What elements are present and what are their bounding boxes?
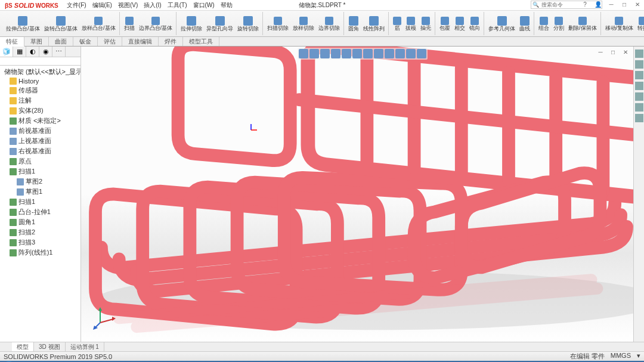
- boundary-boss-button[interactable]: 边界凸台/基体: [137, 12, 175, 35]
- view-more1[interactable]: [406, 49, 416, 58]
- btab-model[interactable]: 模型: [12, 342, 34, 351]
- 3d-viewport[interactable]: ─ □ ✕: [81, 47, 644, 342]
- view-hide[interactable]: [374, 49, 383, 58]
- tree-item[interactable]: 草图2: [1, 177, 79, 187]
- taskpane-appearance[interactable]: [635, 92, 643, 101]
- menu-window[interactable]: 窗口(W): [191, 1, 217, 10]
- tab-model-tools[interactable]: 模型工具: [183, 37, 219, 46]
- tree-item[interactable]: 传感器: [1, 85, 79, 95]
- move-copy-body-button[interactable]: 移动/复制体: [603, 12, 636, 35]
- tree-item[interactable]: 草图1: [1, 187, 79, 197]
- sweep-cut-button[interactable]: 扫描切除: [265, 12, 290, 35]
- menu-tools[interactable]: 工具(T): [165, 1, 190, 10]
- wrap-button[interactable]: 包覆: [438, 12, 452, 35]
- hole-wizard-button[interactable]: 异型孔向导: [205, 12, 235, 35]
- view-more2[interactable]: [417, 49, 426, 58]
- tab-surface[interactable]: 曲面: [49, 37, 73, 46]
- feature-tree[interactable]: 储物架 (默认<<默认>_显示状态 1>) History传感器注解实体(28)…: [0, 66, 80, 342]
- view-scene[interactable]: [363, 49, 373, 58]
- linear-pattern-button[interactable]: 线性阵列: [361, 12, 386, 35]
- rib-button[interactable]: 筋: [391, 12, 403, 35]
- draft-button[interactable]: 拔模: [404, 12, 418, 35]
- tree-item[interactable]: 凸台-拉伸1: [1, 207, 79, 217]
- tree-item[interactable]: 注解: [1, 95, 79, 106]
- maximize-button[interactable]: □: [619, 0, 630, 8]
- minimize-button[interactable]: ─: [606, 0, 617, 8]
- tab-direct-edit[interactable]: 直接编辑: [122, 37, 159, 46]
- view-zoom-fit[interactable]: [299, 49, 308, 58]
- tree-item[interactable]: 扫描3: [1, 237, 79, 247]
- tree-root[interactable]: 储物架 (默认<<默认>_显示状态 1>): [1, 67, 79, 77]
- curves-button[interactable]: 曲线: [518, 12, 532, 35]
- menu-help[interactable]: 帮助: [218, 1, 235, 10]
- ref-geometry-button[interactable]: 参考几何体: [487, 12, 517, 35]
- btab-3dview[interactable]: 3D 视图: [34, 342, 66, 351]
- tree-item[interactable]: 实体(28): [1, 106, 79, 116]
- menu-insert[interactable]: 插入(I): [141, 1, 163, 10]
- loft-cut-button[interactable]: 放样切除: [291, 12, 316, 35]
- view-settings[interactable]: [395, 49, 405, 58]
- taskpane-custom-props[interactable]: [635, 103, 643, 112]
- combine-button[interactable]: 组合: [537, 12, 551, 35]
- menu-file[interactable]: 文件(F): [64, 1, 89, 10]
- status-expand[interactable]: ▾: [637, 352, 640, 361]
- tab-sheetmetal[interactable]: 钣金: [73, 37, 98, 46]
- tab-features[interactable]: 特征: [0, 37, 24, 47]
- revolve-boss-button[interactable]: 旋转凸台/基体: [42, 12, 80, 35]
- tree-item[interactable]: 上视基准面: [1, 136, 79, 146]
- view-display[interactable]: [352, 49, 362, 58]
- extrude-boss-button[interactable]: 拉伸凸台/基体: [4, 12, 42, 35]
- doc-close[interactable]: ✕: [620, 48, 631, 56]
- tree-item[interactable]: 前视基准面: [1, 126, 79, 136]
- tree-item[interactable]: History: [1, 77, 79, 85]
- btab-motion[interactable]: 运动算例 1: [66, 342, 104, 351]
- close-button[interactable]: ✕: [632, 0, 643, 8]
- split-button[interactable]: 分割: [552, 12, 566, 35]
- tree-item[interactable]: 扫描1: [1, 166, 79, 177]
- menu-view[interactable]: 视图(V): [116, 1, 140, 10]
- tree-tab-other[interactable]: ⋯: [52, 47, 66, 57]
- tree-item[interactable]: 圆角1: [1, 217, 79, 227]
- tree-tab-config[interactable]: ◐: [26, 47, 39, 57]
- doc-maximize[interactable]: □: [608, 48, 618, 56]
- help-button[interactable]: ?: [580, 0, 590, 8]
- convert-button[interactable]: 转换: [636, 12, 644, 35]
- extrude-cut-button[interactable]: 拉伸切除: [179, 12, 204, 35]
- revolve-cut-button[interactable]: 旋转切除: [236, 12, 261, 35]
- view-prev[interactable]: [320, 49, 330, 58]
- mirror-button[interactable]: 镜向: [467, 12, 482, 35]
- boundary-cut-button[interactable]: 边界切除: [317, 12, 342, 35]
- view-appearance[interactable]: [385, 49, 394, 58]
- tab-evaluate[interactable]: 评估: [98, 37, 122, 46]
- user-button[interactable]: 👤: [593, 0, 603, 8]
- shell-button[interactable]: 抽壳: [419, 12, 433, 35]
- status-units[interactable]: MMGS: [611, 352, 631, 361]
- tab-weldments[interactable]: 焊件: [159, 37, 183, 46]
- tree-item[interactable]: 右视基准面: [1, 146, 79, 156]
- loft-boss-button[interactable]: 放样凸台/基体: [80, 12, 117, 35]
- taskpane-view-palette[interactable]: [635, 82, 643, 90]
- menu-edit[interactable]: 编辑(E): [90, 1, 114, 10]
- tree-item[interactable]: 扫描2: [1, 227, 79, 237]
- tab-sketch[interactable]: 草图: [24, 37, 49, 46]
- delete-body-button[interactable]: 删除/保留体: [566, 12, 599, 35]
- view-triad[interactable]: [93, 306, 117, 330]
- view-orient[interactable]: [342, 49, 351, 58]
- taskpane-resources[interactable]: [635, 49, 643, 58]
- tree-item[interactable]: 扫描1: [1, 197, 79, 207]
- taskpane-design-lib[interactable]: [635, 60, 643, 69]
- tree-tab-display[interactable]: ◉: [39, 47, 52, 57]
- sweep-button[interactable]: 扫描: [122, 12, 137, 35]
- tree-tab-property[interactable]: ▦: [13, 47, 26, 57]
- taskpane-forum[interactable]: [635, 114, 643, 122]
- taskpane-explorer[interactable]: [635, 71, 643, 79]
- tree-item[interactable]: 材质 <未指定>: [1, 116, 79, 126]
- tree-tab-feature[interactable]: 🧊: [0, 47, 13, 57]
- tree-item[interactable]: 阵列(线性)1: [1, 247, 79, 258]
- fillet-button[interactable]: 圆角: [346, 12, 361, 35]
- doc-minimize[interactable]: ─: [595, 48, 606, 56]
- view-section[interactable]: [331, 49, 340, 58]
- tree-item[interactable]: 原点: [1, 156, 79, 166]
- intersect-button[interactable]: 相交: [453, 12, 467, 35]
- view-zoom-area[interactable]: [309, 49, 319, 58]
